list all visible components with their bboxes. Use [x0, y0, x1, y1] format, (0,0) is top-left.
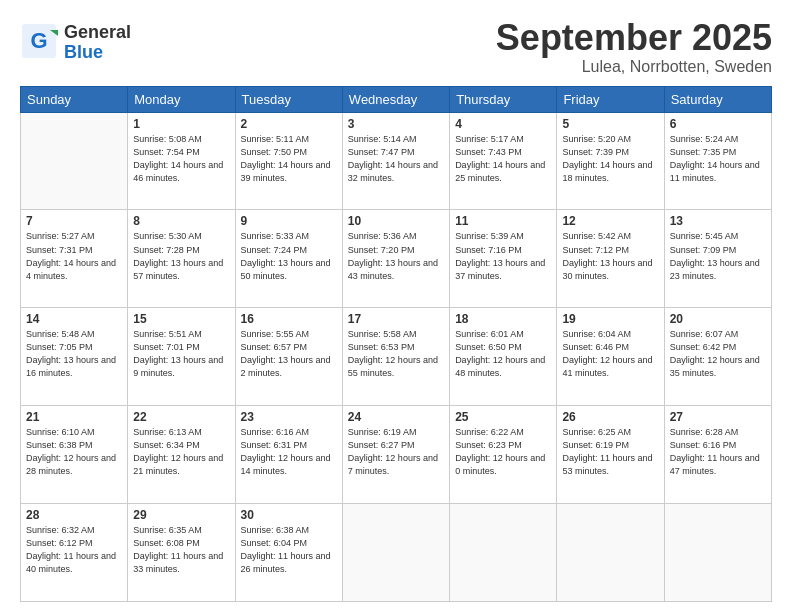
day-info: Sunrise: 5:42 AMSunset: 7:12 PMDaylight:… — [562, 230, 658, 282]
table-row: 14Sunrise: 5:48 AMSunset: 7:05 PMDayligh… — [21, 308, 128, 406]
table-row: 9Sunrise: 5:33 AMSunset: 7:24 PMDaylight… — [235, 210, 342, 308]
logo-icon: G — [20, 22, 58, 60]
day-number: 8 — [133, 214, 229, 228]
day-number: 25 — [455, 410, 551, 424]
table-row: 15Sunrise: 5:51 AMSunset: 7:01 PMDayligh… — [128, 308, 235, 406]
month-title: September 2025 — [496, 18, 772, 58]
day-info: Sunrise: 5:17 AMSunset: 7:43 PMDaylight:… — [455, 133, 551, 185]
day-number: 16 — [241, 312, 337, 326]
header: G General Blue September 2025 Lulea, Nor… — [20, 18, 772, 76]
day-info: Sunrise: 5:55 AMSunset: 6:57 PMDaylight:… — [241, 328, 337, 380]
table-row: 4Sunrise: 5:17 AMSunset: 7:43 PMDaylight… — [450, 112, 557, 210]
table-row: 27Sunrise: 6:28 AMSunset: 6:16 PMDayligh… — [664, 406, 771, 504]
table-row: 22Sunrise: 6:13 AMSunset: 6:34 PMDayligh… — [128, 406, 235, 504]
day-number: 26 — [562, 410, 658, 424]
day-info: Sunrise: 5:39 AMSunset: 7:16 PMDaylight:… — [455, 230, 551, 282]
header-tuesday: Tuesday — [235, 86, 342, 112]
day-number: 5 — [562, 117, 658, 131]
day-number: 10 — [348, 214, 444, 228]
day-info: Sunrise: 6:16 AMSunset: 6:31 PMDaylight:… — [241, 426, 337, 478]
day-number: 11 — [455, 214, 551, 228]
day-number: 30 — [241, 508, 337, 522]
day-number: 28 — [26, 508, 122, 522]
table-row: 21Sunrise: 6:10 AMSunset: 6:38 PMDayligh… — [21, 406, 128, 504]
table-row: 30Sunrise: 6:38 AMSunset: 6:04 PMDayligh… — [235, 504, 342, 602]
table-row: 23Sunrise: 6:16 AMSunset: 6:31 PMDayligh… — [235, 406, 342, 504]
day-info: Sunrise: 5:48 AMSunset: 7:05 PMDaylight:… — [26, 328, 122, 380]
calendar-week-row: 28Sunrise: 6:32 AMSunset: 6:12 PMDayligh… — [21, 504, 772, 602]
logo-blue: Blue — [64, 43, 131, 63]
table-row — [664, 504, 771, 602]
table-row: 16Sunrise: 5:55 AMSunset: 6:57 PMDayligh… — [235, 308, 342, 406]
day-info: Sunrise: 5:27 AMSunset: 7:31 PMDaylight:… — [26, 230, 122, 282]
day-info: Sunrise: 6:35 AMSunset: 6:08 PMDaylight:… — [133, 524, 229, 576]
table-row: 12Sunrise: 5:42 AMSunset: 7:12 PMDayligh… — [557, 210, 664, 308]
day-number: 13 — [670, 214, 766, 228]
table-row: 6Sunrise: 5:24 AMSunset: 7:35 PMDaylight… — [664, 112, 771, 210]
day-info: Sunrise: 5:11 AMSunset: 7:50 PMDaylight:… — [241, 133, 337, 185]
day-info: Sunrise: 6:10 AMSunset: 6:38 PMDaylight:… — [26, 426, 122, 478]
logo-general: General — [64, 23, 131, 43]
day-info: Sunrise: 5:08 AMSunset: 7:54 PMDaylight:… — [133, 133, 229, 185]
title-area: September 2025 Lulea, Norrbotten, Sweden — [496, 18, 772, 76]
day-number: 19 — [562, 312, 658, 326]
day-info: Sunrise: 5:14 AMSunset: 7:47 PMDaylight:… — [348, 133, 444, 185]
table-row: 17Sunrise: 5:58 AMSunset: 6:53 PMDayligh… — [342, 308, 449, 406]
day-number: 2 — [241, 117, 337, 131]
day-info: Sunrise: 5:58 AMSunset: 6:53 PMDaylight:… — [348, 328, 444, 380]
table-row: 18Sunrise: 6:01 AMSunset: 6:50 PMDayligh… — [450, 308, 557, 406]
day-info: Sunrise: 6:22 AMSunset: 6:23 PMDaylight:… — [455, 426, 551, 478]
table-row: 13Sunrise: 5:45 AMSunset: 7:09 PMDayligh… — [664, 210, 771, 308]
day-number: 17 — [348, 312, 444, 326]
header-sunday: Sunday — [21, 86, 128, 112]
day-number: 23 — [241, 410, 337, 424]
day-info: Sunrise: 6:38 AMSunset: 6:04 PMDaylight:… — [241, 524, 337, 576]
day-info: Sunrise: 5:36 AMSunset: 7:20 PMDaylight:… — [348, 230, 444, 282]
day-number: 20 — [670, 312, 766, 326]
day-info: Sunrise: 6:28 AMSunset: 6:16 PMDaylight:… — [670, 426, 766, 478]
table-row: 29Sunrise: 6:35 AMSunset: 6:08 PMDayligh… — [128, 504, 235, 602]
calendar-table: Sunday Monday Tuesday Wednesday Thursday… — [20, 86, 772, 602]
day-info: Sunrise: 6:19 AMSunset: 6:27 PMDaylight:… — [348, 426, 444, 478]
calendar-week-row: 14Sunrise: 5:48 AMSunset: 7:05 PMDayligh… — [21, 308, 772, 406]
table-row — [21, 112, 128, 210]
table-row: 2Sunrise: 5:11 AMSunset: 7:50 PMDaylight… — [235, 112, 342, 210]
day-info: Sunrise: 5:33 AMSunset: 7:24 PMDaylight:… — [241, 230, 337, 282]
day-info: Sunrise: 6:04 AMSunset: 6:46 PMDaylight:… — [562, 328, 658, 380]
table-row: 7Sunrise: 5:27 AMSunset: 7:31 PMDaylight… — [21, 210, 128, 308]
day-number: 7 — [26, 214, 122, 228]
table-row: 1Sunrise: 5:08 AMSunset: 7:54 PMDaylight… — [128, 112, 235, 210]
header-thursday: Thursday — [450, 86, 557, 112]
day-number: 1 — [133, 117, 229, 131]
header-saturday: Saturday — [664, 86, 771, 112]
header-friday: Friday — [557, 86, 664, 112]
day-number: 15 — [133, 312, 229, 326]
table-row: 5Sunrise: 5:20 AMSunset: 7:39 PMDaylight… — [557, 112, 664, 210]
day-number: 29 — [133, 508, 229, 522]
day-number: 6 — [670, 117, 766, 131]
logo: G General Blue — [20, 22, 131, 64]
logo-text: General Blue — [64, 23, 131, 63]
calendar-week-row: 21Sunrise: 6:10 AMSunset: 6:38 PMDayligh… — [21, 406, 772, 504]
page: G General Blue September 2025 Lulea, Nor… — [0, 0, 792, 612]
day-info: Sunrise: 5:24 AMSunset: 7:35 PMDaylight:… — [670, 133, 766, 185]
table-row: 8Sunrise: 5:30 AMSunset: 7:28 PMDaylight… — [128, 210, 235, 308]
day-number: 14 — [26, 312, 122, 326]
day-number: 21 — [26, 410, 122, 424]
calendar-week-row: 7Sunrise: 5:27 AMSunset: 7:31 PMDaylight… — [21, 210, 772, 308]
table-row: 19Sunrise: 6:04 AMSunset: 6:46 PMDayligh… — [557, 308, 664, 406]
table-row — [450, 504, 557, 602]
day-info: Sunrise: 6:32 AMSunset: 6:12 PMDaylight:… — [26, 524, 122, 576]
table-row: 26Sunrise: 6:25 AMSunset: 6:19 PMDayligh… — [557, 406, 664, 504]
table-row — [557, 504, 664, 602]
day-number: 24 — [348, 410, 444, 424]
day-number: 9 — [241, 214, 337, 228]
calendar-week-row: 1Sunrise: 5:08 AMSunset: 7:54 PMDaylight… — [21, 112, 772, 210]
day-info: Sunrise: 6:07 AMSunset: 6:42 PMDaylight:… — [670, 328, 766, 380]
day-info: Sunrise: 6:13 AMSunset: 6:34 PMDaylight:… — [133, 426, 229, 478]
table-row: 24Sunrise: 6:19 AMSunset: 6:27 PMDayligh… — [342, 406, 449, 504]
day-number: 27 — [670, 410, 766, 424]
table-row: 11Sunrise: 5:39 AMSunset: 7:16 PMDayligh… — [450, 210, 557, 308]
header-wednesday: Wednesday — [342, 86, 449, 112]
header-monday: Monday — [128, 86, 235, 112]
